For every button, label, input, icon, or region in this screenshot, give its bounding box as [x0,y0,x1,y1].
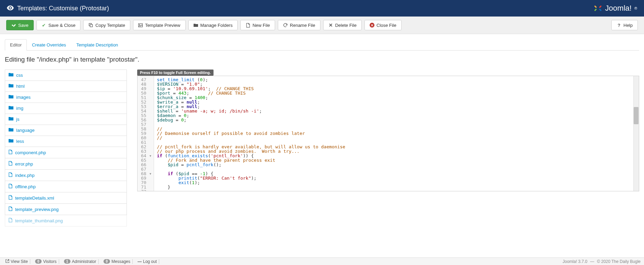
manage-folders-button[interactable]: Manage Folders [188,20,238,30]
help-button[interactable]: ? Help [611,20,638,30]
svg-point-3 [139,24,140,25]
file-icon [9,172,12,178]
save-close-button[interactable]: ✔ Save & Close [36,20,81,30]
scroll-thumb[interactable] [634,107,638,124]
tree-file[interactable]: index.php [5,169,127,181]
tab-template-description[interactable]: Template Description [71,39,123,51]
cancel-icon: ✕ [370,23,374,28]
file-label: error.php [15,161,33,167]
redo-icon [283,23,288,28]
file-icon [9,218,12,223]
tree-folder[interactable]: html [5,81,127,92]
tree-file[interactable]: template_thumbnail.png [5,215,127,226]
tree-file[interactable]: component.php [5,147,127,158]
brand-logo[interactable]: Joomla! ® [593,4,637,13]
folder-icon [9,73,13,78]
folder-icon [9,84,13,89]
apply-icon [11,23,16,28]
toolbar: Save ✔ Save & Close Copy Template Templa… [0,17,644,34]
eye-icon [7,5,14,12]
file-tree: csshtmlimagesimgjslanguagelesscomponent.… [5,70,127,226]
file-label: component.php [15,150,46,155]
code-body[interactable]: set_time_limit (0); $VERSION = "1.0"; $i… [154,76,639,191]
template-preview-button[interactable]: Template Preview [133,20,186,30]
file-label: template_preview.png [15,207,58,212]
folder-icon [9,106,13,111]
file-icon [245,23,250,28]
tree-file[interactable]: templateDetails.xml [5,192,127,204]
file-label: template_thumbnail.png [15,218,63,223]
folder-label: img [16,106,23,111]
tree-file[interactable]: error.php [5,158,127,170]
new-file-button[interactable]: New File [240,20,275,30]
folder-label: less [16,139,24,144]
page-title-wrap: Templates: Customise (Protostar) [7,5,109,12]
folder-label: language [16,128,35,133]
file-icon [9,206,12,212]
editor-hint: Press F10 to toggle Full Screen editing. [137,70,214,76]
copy-icon [88,23,93,28]
scrollbar[interactable] [633,76,639,191]
brand-text: Joomla! [605,4,632,13]
tree-folder[interactable]: images [5,92,127,103]
tab-create-overrides[interactable]: Create Overrides [27,39,71,51]
file-icon [9,184,12,189]
file-icon [9,195,12,201]
delete-file-button[interactable]: ✕ Delete File [323,20,362,30]
tree-folder[interactable]: css [5,70,127,81]
folder-label: css [16,73,23,78]
tree-folder[interactable]: language [5,125,127,136]
joomla-icon [593,4,602,13]
tree-file[interactable]: offline.php [5,181,127,192]
tab-editor[interactable]: Editor [5,39,27,51]
folder-icon [9,139,13,144]
rename-file-button[interactable]: Rename File [278,20,320,30]
editor-area: Press F10 to toggle Full Screen editing.… [137,70,639,226]
folder-icon [194,23,198,28]
svg-rect-1 [90,24,92,27]
close-icon: ✕ [328,23,333,28]
tabs: Editor Create Overrides Template Descrip… [5,39,639,51]
tree-folder[interactable]: js [5,114,127,125]
image-icon [138,23,143,28]
code-editor[interactable]: 47 48 49 50 51 52 53 54 55 56 57 58 59 6… [137,76,639,191]
tree-file[interactable]: template_preview.png [5,203,127,215]
check-icon: ✔ [42,23,46,28]
editing-label: Editing file "/index.php" in template "p… [0,56,644,63]
save-button[interactable]: Save [6,20,34,30]
page-title: Templates: Customise (Protostar) [17,5,109,12]
folder-label: js [16,117,19,122]
tree-folder[interactable]: img [5,103,127,114]
header: Templates: Customise (Protostar) Joomla!… [0,0,644,17]
file-label: index.php [15,173,34,178]
file-icon [9,150,12,155]
file-label: templateDetails.xml [15,195,54,201]
copy-template-button[interactable]: Copy Template [83,20,130,30]
gutter: 47 48 49 50 51 52 53 54 55 56 57 58 59 6… [138,76,154,191]
folder-label: html [16,84,25,89]
folder-icon [9,128,13,133]
file-label: offline.php [15,184,36,189]
file-icon [9,161,12,167]
folder-icon [9,95,13,100]
folder-label: images [16,95,31,100]
close-file-button[interactable]: ✕ Close File [364,20,402,30]
tree-folder[interactable]: less [5,136,127,147]
folder-icon [9,117,13,122]
question-icon: ? [616,23,621,28]
